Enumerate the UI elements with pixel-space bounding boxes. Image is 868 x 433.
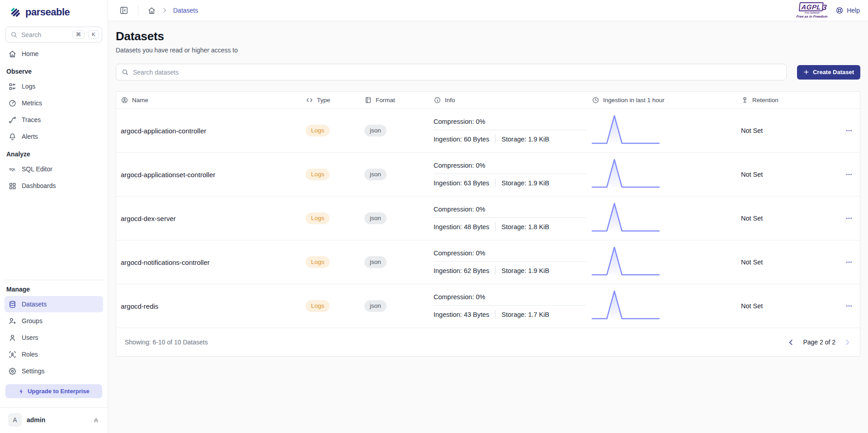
nav-item-label: Users bbox=[22, 334, 38, 341]
dashboards-icon bbox=[8, 182, 17, 190]
info-cell: Compression: 0% Ingestion: 63 Bytes Stor… bbox=[434, 162, 592, 187]
breadcrumb-current[interactable]: Datasets bbox=[173, 7, 198, 14]
kebab-icon bbox=[845, 127, 853, 134]
retention-value: Not Set bbox=[741, 259, 822, 266]
user-menu[interactable]: A admin bbox=[5, 408, 103, 433]
create-dataset-button[interactable]: Create Dataset bbox=[797, 65, 860, 80]
storage-value: Storage: 1.9 KiB bbox=[501, 179, 549, 187]
next-page-icon[interactable] bbox=[844, 339, 851, 346]
row-actions-menu[interactable] bbox=[844, 170, 854, 179]
kbd-k: K bbox=[88, 30, 99, 39]
sidebar-item-traces[interactable]: Traces bbox=[5, 112, 103, 128]
ingestion-value: Ingestion: 60 Bytes bbox=[434, 136, 489, 143]
row-actions-menu[interactable] bbox=[844, 258, 854, 267]
nav-section-label: Manage bbox=[5, 280, 103, 296]
help-label: Help bbox=[847, 7, 860, 14]
table-row[interactable]: argocd-notifications-controller Logs jso… bbox=[116, 240, 860, 284]
divider bbox=[495, 135, 495, 143]
nav-item-label: Home bbox=[22, 50, 38, 57]
column-header-info: Info bbox=[434, 96, 592, 104]
sidebar-item-alerts[interactable]: Alerts bbox=[5, 128, 103, 145]
sidebar-item-sql-editor[interactable]: SQL SQL Editor bbox=[5, 161, 103, 177]
info-cell: Compression: 0% Ingestion: 62 Bytes Stor… bbox=[434, 249, 592, 275]
dataset-name[interactable]: argocd-dex-server bbox=[121, 215, 306, 222]
datasets-table: Name Type Format Info Ingestion in last … bbox=[116, 91, 860, 357]
create-dataset-label: Create Dataset bbox=[813, 69, 854, 75]
table-row[interactable]: argocd-application-controller Logs json … bbox=[116, 109, 860, 153]
sidebar-item-users[interactable]: Users bbox=[5, 329, 103, 346]
nav-item-label: Datasets bbox=[22, 301, 47, 308]
type-badge: Logs bbox=[306, 212, 330, 224]
showing-summary: Showing: 6-10 of 10 Datasets bbox=[125, 339, 208, 346]
dataset-name[interactable]: argocd-application-controller bbox=[121, 127, 306, 135]
table-row[interactable]: argocd-dex-server Logs json Compression:… bbox=[116, 197, 860, 240]
agpl-title: AGPL bbox=[799, 2, 824, 11]
sql-editor-icon: SQL bbox=[8, 165, 17, 174]
sidebar-item-roles[interactable]: Roles bbox=[5, 346, 103, 362]
kbd-cmd: ⌘ bbox=[72, 30, 85, 39]
nav-item-label: Traces bbox=[22, 116, 41, 123]
users-icon bbox=[8, 334, 17, 342]
roles-icon bbox=[8, 350, 17, 359]
row-actions-menu[interactable] bbox=[844, 126, 854, 135]
dataset-search-input[interactable] bbox=[133, 69, 781, 76]
sidebar-item-home[interactable]: Home bbox=[5, 46, 103, 62]
storage-value: Storage: 1.9 KiB bbox=[501, 267, 549, 274]
home-icon[interactable] bbox=[147, 6, 156, 15]
column-header-retention: Retention bbox=[741, 96, 822, 104]
nav-item-label: Groups bbox=[22, 317, 42, 325]
upgrade-to-enterprise-button[interactable]: Upgrade to Enterprise bbox=[5, 384, 102, 398]
sidebar-item-dashboards[interactable]: Dashboards bbox=[5, 178, 103, 194]
avatar: A bbox=[8, 413, 22, 427]
sidebar-item-logs[interactable]: Logs bbox=[5, 78, 103, 94]
retention-value: Not Set bbox=[741, 171, 822, 178]
sidebar-search[interactable]: ⌘ K bbox=[5, 27, 102, 42]
sidebar-item-groups[interactable]: Groups bbox=[5, 313, 103, 329]
sidebar-item-datasets[interactable]: Datasets bbox=[5, 296, 103, 312]
table-row[interactable]: argocd-applicationset-controller Logs js… bbox=[116, 153, 860, 197]
kebab-icon bbox=[845, 259, 853, 266]
ingestion-sparkline bbox=[592, 244, 660, 280]
format-badge: json bbox=[364, 125, 387, 136]
nav-section-label: Observe bbox=[5, 62, 103, 78]
kebab-icon bbox=[845, 171, 853, 178]
nav-item-label: Roles bbox=[22, 351, 38, 358]
retention-value: Not Set bbox=[741, 215, 822, 222]
divider bbox=[495, 179, 495, 187]
help-icon bbox=[835, 6, 844, 14]
dataset-name[interactable]: argocd-redis bbox=[121, 302, 306, 310]
row-actions-menu[interactable] bbox=[844, 214, 854, 223]
compression-value: Compression: 0% bbox=[434, 293, 586, 306]
table-header: Name Type Format Info Ingestion in last … bbox=[116, 92, 860, 109]
row-actions-menu[interactable] bbox=[844, 301, 854, 311]
divider bbox=[495, 266, 495, 275]
nav-item-label: Dashboards bbox=[22, 182, 56, 189]
sidebar-item-settings[interactable]: Settings bbox=[5, 363, 103, 379]
dataset-name[interactable]: argocd-applicationset-controller bbox=[121, 171, 306, 179]
nav-item-label: Logs bbox=[22, 83, 35, 90]
type-badge: Logs bbox=[306, 125, 330, 136]
groups-icon bbox=[8, 317, 17, 325]
dataset-name[interactable]: argocd-notifications-controller bbox=[121, 259, 306, 266]
nav-item-label: Alerts bbox=[22, 133, 38, 140]
agpl-version: 3 bbox=[822, 4, 827, 11]
search-icon bbox=[122, 69, 129, 76]
sidebar-item-metrics[interactable]: Metrics bbox=[5, 95, 103, 111]
brand[interactable]: parseable bbox=[5, 0, 103, 23]
parseable-logo-icon bbox=[9, 6, 22, 19]
info-cell: Compression: 0% Ingestion: 43 Bytes Stor… bbox=[434, 293, 592, 319]
sidebar-search-input[interactable] bbox=[21, 31, 69, 38]
sidebar-bottom-sections: Manage Datasets Groups Users Roles Setti… bbox=[5, 280, 103, 380]
column-header-label: Format bbox=[376, 97, 395, 104]
retention-value: Not Set bbox=[741, 302, 822, 310]
previous-page-icon[interactable] bbox=[787, 339, 795, 346]
agplv3-license-badge[interactable]: AGPL 3 Free Software Free as in Freedom bbox=[797, 2, 830, 19]
collapse-sidebar-icon[interactable] bbox=[119, 5, 129, 15]
divider bbox=[138, 5, 138, 15]
help-button[interactable]: Help bbox=[835, 6, 860, 14]
dataset-search[interactable] bbox=[116, 64, 787, 80]
compression-value: Compression: 0% bbox=[434, 249, 586, 262]
table-row[interactable]: argocd-redis Logs json Compression: 0% I… bbox=[116, 284, 860, 328]
search-icon bbox=[10, 31, 18, 38]
column-header-label: Name bbox=[132, 97, 148, 104]
